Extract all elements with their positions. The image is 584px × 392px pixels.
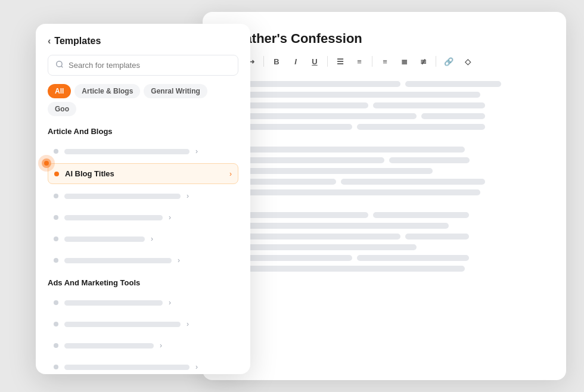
search-icon bbox=[55, 60, 64, 70]
toolbar: ↩ ↪ B I U ☰ ≡ ≡ ≣ ≢ 🔗 ◇ bbox=[224, 54, 545, 69]
italic-button[interactable]: I bbox=[288, 54, 303, 69]
template-label-ai-blog: AI Blog Titles bbox=[65, 169, 223, 178]
tab-article-blogs[interactable]: Article & Blogs bbox=[74, 84, 140, 98]
template-item-4[interactable]: › bbox=[48, 208, 238, 227]
template-skeleton-7 bbox=[64, 300, 163, 306]
dot-1 bbox=[54, 149, 58, 154]
chevron-3: › bbox=[187, 192, 189, 200]
chevron-8: › bbox=[187, 320, 189, 328]
align-right-button[interactable]: ≢ bbox=[415, 54, 431, 69]
search-box[interactable] bbox=[48, 55, 238, 76]
dot-4 bbox=[54, 215, 58, 220]
template-skeleton-6 bbox=[64, 258, 172, 263]
search-input[interactable] bbox=[69, 61, 231, 70]
template-item-3[interactable]: › bbox=[48, 186, 238, 206]
back-button[interactable]: ‹ bbox=[48, 36, 51, 46]
templates-panel: ‹ Templates All Article & Blogs Genral W… bbox=[36, 24, 250, 374]
section-title-ads-marketing: Ads And Marketing Tools bbox=[48, 278, 238, 287]
chevron-5: › bbox=[151, 235, 153, 243]
dot-3 bbox=[54, 194, 58, 198]
template-item-1[interactable]: › bbox=[48, 142, 238, 161]
template-item-10[interactable]: › bbox=[48, 357, 238, 374]
template-item-7[interactable]: › bbox=[48, 293, 238, 312]
underline-button[interactable]: U bbox=[307, 54, 322, 69]
toolbar-separator-2 bbox=[327, 56, 328, 67]
svg-line-1 bbox=[61, 66, 63, 68]
dot-8 bbox=[54, 322, 58, 326]
template-skeleton-10 bbox=[64, 365, 190, 370]
svg-point-0 bbox=[57, 61, 62, 67]
editor-title: A Father's Confession bbox=[224, 31, 545, 46]
editor-card: A A Father's Confession ↩ ↪ B I U ☰ ≡ ≡ … bbox=[203, 12, 566, 380]
tab-all[interactable]: All bbox=[48, 84, 71, 98]
chevron-10: › bbox=[195, 363, 198, 371]
toolbar-separator-3 bbox=[372, 56, 372, 67]
editor-content bbox=[224, 81, 545, 276]
unordered-list-button[interactable]: ≡ bbox=[352, 54, 367, 69]
template-item-9[interactable]: › bbox=[48, 336, 238, 355]
chevron-6: › bbox=[178, 256, 180, 265]
template-skeleton-9 bbox=[64, 343, 154, 349]
dot-6 bbox=[54, 258, 58, 263]
chevron-active: › bbox=[229, 170, 232, 178]
tabs-row: All Article & Blogs Genral Writing Goo bbox=[48, 84, 238, 116]
template-item-5[interactable]: › bbox=[48, 229, 238, 248]
svg-point-4 bbox=[44, 161, 49, 166]
chevron-7: › bbox=[169, 298, 171, 307]
template-skeleton-1 bbox=[64, 149, 190, 154]
align-center-button[interactable]: ≣ bbox=[396, 54, 412, 69]
dot-9 bbox=[54, 343, 58, 348]
bold-button[interactable]: B bbox=[269, 54, 284, 69]
template-item-8[interactable]: › bbox=[48, 315, 238, 334]
panel-body: Article And Blogs › AI Blog Titles › › bbox=[36, 116, 250, 374]
section-title-article-blogs: Article And Blogs bbox=[48, 127, 238, 136]
link-button[interactable]: 🔗 bbox=[441, 54, 456, 69]
chevron-1: › bbox=[195, 147, 198, 155]
erase-button[interactable]: ◇ bbox=[460, 54, 476, 69]
panel-back-row: ‹ Templates bbox=[48, 36, 238, 46]
scene: A A Father's Confession ↩ ↪ B I U ☰ ≡ ≡ … bbox=[0, 0, 584, 392]
template-item-ai-blog-titles[interactable]: AI Blog Titles › bbox=[48, 163, 238, 184]
dot-5 bbox=[54, 237, 58, 241]
panel-header: ‹ Templates All Article & Blogs Genral W… bbox=[36, 24, 250, 116]
template-item-6[interactable]: › bbox=[48, 251, 238, 270]
template-skeleton-5 bbox=[64, 237, 145, 242]
tab-goo[interactable]: Goo bbox=[48, 102, 76, 116]
align-left-button[interactable]: ≡ bbox=[377, 54, 393, 69]
tab-general-writing[interactable]: Genral Writing bbox=[144, 84, 207, 98]
ordered-list-button[interactable]: ☰ bbox=[333, 54, 348, 69]
toolbar-separator-4 bbox=[436, 56, 436, 67]
template-skeleton-8 bbox=[64, 322, 181, 327]
template-skeleton-3 bbox=[64, 194, 181, 199]
template-skeleton-4 bbox=[64, 215, 163, 220]
cursor-pointer bbox=[37, 154, 56, 175]
dot-7 bbox=[54, 300, 58, 305]
dot-10 bbox=[54, 365, 58, 369]
chevron-9: › bbox=[160, 341, 162, 350]
chevron-4: › bbox=[169, 213, 171, 222]
toolbar-separator-1 bbox=[263, 56, 264, 67]
panel-title: Templates bbox=[54, 36, 101, 46]
